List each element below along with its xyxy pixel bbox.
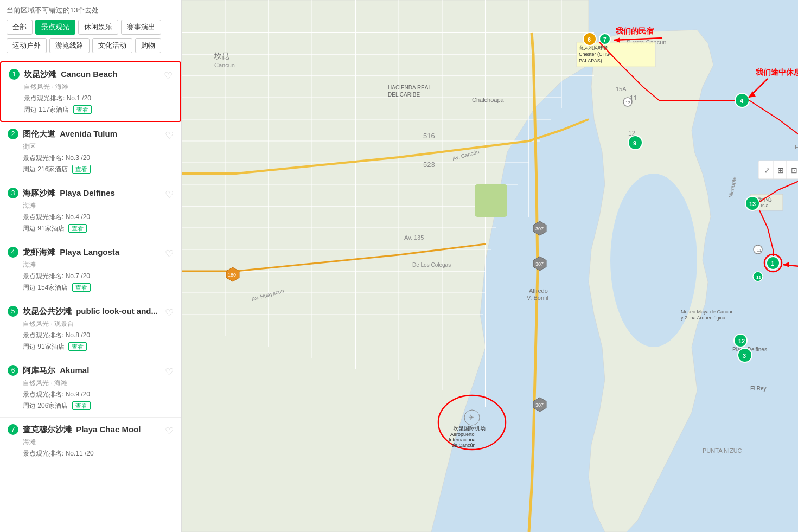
poi-name-3: 海豚沙滩 Playa Delfines (23, 188, 115, 198)
view-hotels-6[interactable]: 查看 (72, 401, 91, 410)
svg-marker-40 (533, 221, 546, 235)
svg-point-90 (767, 257, 780, 270)
svg-text:7: 7 (603, 37, 607, 43)
svg-text:PALAPAS): PALAPAS) (579, 58, 602, 63)
svg-text:11: 11 (757, 248, 762, 253)
view-hotels-4[interactable]: 查看 (72, 283, 91, 292)
svg-text:Cancun: Cancun (214, 62, 235, 68)
filter-sightseeing[interactable]: 景点观光 (35, 20, 75, 35)
svg-text:HACIENDA REAL: HACIENDA REAL (388, 85, 431, 91)
filter-shopping[interactable]: 购物 (135, 38, 161, 53)
poi-heart-4[interactable]: ♡ (165, 248, 174, 260)
svg-text:180: 180 (228, 272, 236, 278)
svg-text:购物中心: 购物中心 (752, 197, 772, 202)
poi-rank-4: 景点观光排名: No.7 /20 (23, 272, 174, 281)
svg-text:我们途中休息处: 我们途中休息处 (755, 68, 798, 76)
poi-hotels-3: 周边 91家酒店 查看 (23, 224, 174, 233)
poi-heart-1[interactable]: ♡ (164, 70, 173, 82)
poi-item-5[interactable]: 5 坎昆公共沙滩 public look-out and... ♡ 自然风光 ·… (0, 299, 181, 358)
filter-leisure[interactable]: 休闲娱乐 (78, 20, 118, 35)
svg-point-27 (610, 174, 697, 347)
svg-text:Alfredo: Alfredo (529, 287, 548, 294)
poi-name-1: 坎昆沙滩 Cancun Beach (24, 69, 117, 80)
poi-header-5: 5 坎昆公共沙滩 public look-out and... ♡ (8, 306, 174, 317)
view-hotels-3[interactable]: 查看 (68, 224, 87, 233)
svg-text:516: 516 (423, 132, 435, 140)
poi-rank-5: 景点观光排名: No.8 /20 (23, 331, 174, 340)
poi-number-5: 5 (8, 306, 18, 317)
poi-name-5: 坎昆公共沙滩 public look-out and... (23, 306, 158, 317)
svg-text:坎昆国际机场: 坎昆国际机场 (452, 425, 486, 431)
view-hotels-5[interactable]: 查看 (68, 342, 87, 351)
svg-text:523: 523 (423, 161, 435, 169)
svg-text:意大利风味餐: 意大利风味餐 (578, 45, 608, 50)
poi-heart-7[interactable]: ♡ (165, 425, 174, 437)
svg-point-83 (628, 136, 642, 150)
poi-heart-6[interactable]: ♡ (165, 366, 174, 378)
svg-marker-1 (182, 0, 589, 532)
poi-heart-2[interactable]: ♡ (165, 130, 174, 142)
svg-text:4: 4 (740, 98, 744, 104)
svg-line-98 (614, 38, 662, 40)
svg-point-69 (464, 410, 480, 425)
svg-point-77 (599, 34, 610, 44)
poi-item-6[interactable]: 6 阿库马尔 Akumal ♡ 自然风光 · 海滩 景点观光排名: No.9 /… (0, 358, 181, 418)
filter-outdoor[interactable]: 运动户外 (7, 38, 47, 53)
poi-heart-3[interactable]: ♡ (165, 189, 174, 201)
svg-marker-46 (226, 267, 239, 281)
poi-tags-1: 自然风光 · 海滩 (24, 82, 173, 92)
poi-number-4: 4 (8, 247, 18, 258)
svg-text:坎昆: 坎昆 (214, 52, 229, 60)
svg-text:Internacional: Internacional (449, 437, 477, 443)
sidebar: 当前区域不可错过的13个去处 全部 景点观光 休闲娱乐 赛事演出 运动户外 游览… (0, 0, 182, 532)
view-hotels-2[interactable]: 查看 (72, 165, 91, 174)
svg-text:y Zona Arqueológica...: y Zona Arqueológica... (681, 315, 730, 321)
svg-text:Av. 135: Av. 135 (404, 234, 424, 241)
svg-rect-60 (577, 42, 655, 67)
poi-number-7: 7 (8, 424, 18, 435)
poi-hotels-6: 周边 206家酒店 查看 (23, 401, 174, 411)
svg-text:Av. Huayacan: Av. Huayacan (251, 287, 285, 302)
poi-item-7[interactable]: 7 查克穆尔沙滩 Playa Chac Mool ♡ 海滩 景点观光排名: No… (0, 418, 181, 467)
poi-header-7: 7 查克穆尔沙滩 Playa Chac Mool ♡ (8, 424, 174, 435)
poi-header-6: 6 阿库马尔 Akumal ♡ (8, 365, 174, 376)
poi-tags-4: 海滩 (23, 260, 174, 270)
svg-text:DEL CARIBE: DEL CARIBE (388, 92, 420, 98)
svg-rect-0 (182, 0, 798, 532)
poi-tags-3: 海滩 (23, 201, 174, 210)
poi-hotels-4: 周边 154家酒店 查看 (23, 283, 174, 292)
svg-text:11: 11 (630, 94, 637, 102)
svg-text:1: 1 (771, 260, 774, 267)
poi-heart-5[interactable]: ♡ (165, 307, 174, 319)
poi-item-2[interactable]: 2 图伦大道 Avenida Tulum ♡ 街区 景点观光排名: No.3 /… (0, 122, 181, 181)
poi-rank-6: 景点观光排名: No.9 /20 (23, 390, 174, 399)
sidebar-header: 当前区域不可错过的13个去处 全部 景点观光 休闲娱乐 赛事演出 运动户外 游览… (0, 0, 181, 61)
poi-item-3[interactable]: 3 海豚沙滩 Playa Delfines ♡ 海滩 景点观光排名: No.4 … (0, 181, 181, 240)
filter-events[interactable]: 赛事演出 (121, 20, 161, 35)
svg-point-85 (745, 196, 759, 210)
svg-text:Chalchoapa: Chalchoapa (472, 97, 505, 103)
svg-text:PUNTA NIZUC: PUNTA NIZUC (703, 447, 742, 454)
poi-hotels-1: 周边 117家酒店 查看 (24, 105, 173, 114)
svg-marker-103 (783, 262, 789, 267)
svg-marker-100 (749, 91, 756, 98)
poi-item-1[interactable]: 1 坎昆沙滩 Cancun Beach ♡ 自然风光 · 海滩 景点观光排名: … (0, 61, 181, 122)
filter-tour[interactable]: 游览线路 (49, 38, 90, 53)
svg-text:307: 307 (535, 402, 544, 408)
svg-point-121 (754, 245, 762, 254)
svg-point-68 (438, 395, 506, 450)
map-area[interactable]: 坎昆 Cancun HACIENDA REAL DEL CARIBE Chalc… (182, 0, 798, 532)
svg-marker-42 (533, 257, 546, 271)
svg-text:6: 6 (588, 36, 591, 43)
poi-item-4[interactable]: 4 龙虾海滩 Playa Langosta ♡ 海滩 景点观光排名: No.7 … (0, 240, 181, 299)
filter-row-2: 运动户外 游览线路 文化活动 购物 (7, 38, 175, 53)
view-hotels-1[interactable]: 查看 (73, 105, 92, 114)
poi-rank-2: 景点观光排名: No.3 /20 (23, 153, 174, 163)
poi-rank-3: 景点观光排名: No.4 /20 (23, 213, 174, 222)
filter-culture[interactable]: 文化活动 (92, 38, 132, 53)
svg-text:de Cancún: de Cancún (452, 443, 476, 448)
poi-tags-7: 海滩 (23, 438, 174, 447)
poi-hotels-5: 周边 91家酒店 查看 (23, 342, 174, 351)
filter-all[interactable]: 全部 (7, 20, 33, 35)
poi-list: 1 坎昆沙滩 Cancun Beach ♡ 自然风光 · 海滩 景点观光排名: … (0, 61, 181, 532)
